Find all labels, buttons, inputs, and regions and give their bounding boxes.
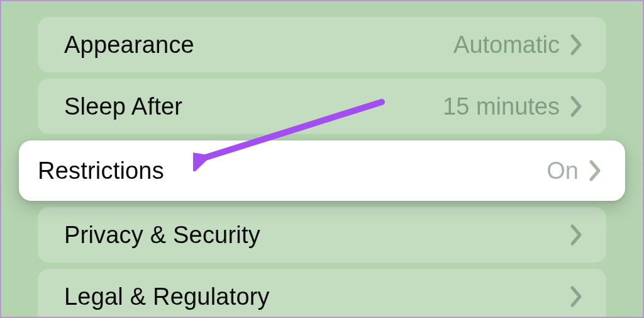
chevron-right-icon bbox=[589, 159, 602, 182]
chevron-right-icon bbox=[570, 285, 584, 308]
row-right: On bbox=[547, 157, 602, 185]
row-label: Appearance bbox=[64, 31, 194, 59]
row-appearance[interactable]: Appearance Automatic bbox=[38, 17, 606, 72]
row-right bbox=[570, 285, 584, 308]
row-label: Privacy & Security bbox=[64, 222, 260, 249]
row-right bbox=[570, 224, 584, 246]
row-value: Automatic bbox=[453, 31, 560, 59]
settings-list: Appearance Automatic Sleep After 15 minu… bbox=[1, 14, 643, 318]
row-label: Legal & Regulatory bbox=[64, 283, 270, 310]
row-restrictions[interactable]: Restrictions On bbox=[19, 140, 625, 201]
row-right: 15 minutes bbox=[443, 93, 584, 120]
row-label: Restrictions bbox=[38, 157, 164, 185]
chevron-right-icon bbox=[570, 95, 584, 118]
row-sleep-after[interactable]: Sleep After 15 minutes bbox=[38, 79, 606, 134]
row-value: On bbox=[547, 157, 579, 185]
row-privacy-security[interactable]: Privacy & Security bbox=[38, 207, 606, 263]
chevron-right-icon bbox=[570, 224, 584, 246]
row-legal-regulatory[interactable]: Legal & Regulatory bbox=[38, 269, 606, 318]
row-value: 15 minutes bbox=[443, 93, 560, 120]
chevron-right-icon bbox=[570, 33, 584, 56]
row-label: Sleep After bbox=[64, 93, 182, 120]
row-right: Automatic bbox=[453, 31, 584, 59]
